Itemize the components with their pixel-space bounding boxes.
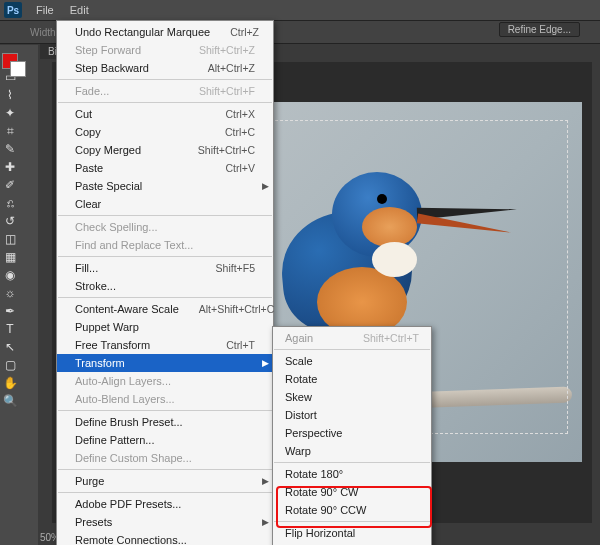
- transform-item-rotate-90-cw[interactable]: Rotate 90° CW: [273, 483, 431, 501]
- transform-item-rotate-180-label: Rotate 180°: [285, 468, 343, 480]
- edit-menu-item-step-backward-label: Step Backward: [75, 62, 149, 74]
- edit-menu-item-stroke-label: Stroke...: [75, 280, 116, 292]
- edit-menu-item-content-aware[interactable]: Content-Aware ScaleAlt+Shift+Ctrl+C: [57, 300, 273, 318]
- transform-item-rotate-180[interactable]: Rotate 180°: [273, 465, 431, 483]
- tool-hand-icon[interactable]: ✋: [2, 375, 18, 391]
- tool-eraser-icon[interactable]: ◫: [2, 231, 18, 247]
- edit-menu-item-adobe-pdf[interactable]: Adobe PDF Presets...: [57, 495, 273, 513]
- tool-crop-icon[interactable]: ⌗: [2, 123, 18, 139]
- edit-menu-item-step-forward-label: Step Forward: [75, 44, 141, 56]
- tool-blur-icon[interactable]: ◉: [2, 267, 18, 283]
- transform-item-again-label: Again: [285, 332, 313, 344]
- ps-logo-icon: Ps: [4, 2, 22, 18]
- edit-menu-item-undo-label: Undo Rectangular Marquee: [75, 26, 210, 38]
- edit-menu-item-free-transform[interactable]: Free TransformCtrl+T: [57, 336, 273, 354]
- transform-item-distort[interactable]: Distort: [273, 406, 431, 424]
- edit-menu-item-check-spelling-label: Check Spelling...: [75, 221, 158, 233]
- transform-item-flip-h[interactable]: Flip Horizontal: [273, 524, 431, 542]
- edit-menu-item-fade-shortcut: Shift+Ctrl+F: [199, 85, 255, 97]
- edit-menu-item-step-backward[interactable]: Step BackwardAlt+Ctrl+Z: [57, 59, 273, 77]
- tool-zoom-icon[interactable]: 🔍: [2, 393, 18, 409]
- tool-gradient-icon[interactable]: ▦: [2, 249, 18, 265]
- edit-menu-item-define-shape: Define Custom Shape...: [57, 449, 273, 467]
- edit-menu-item-copy-shortcut: Ctrl+C: [225, 126, 255, 138]
- edit-menu-item-clear-label: Clear: [75, 198, 101, 210]
- transform-item-separator: [274, 349, 430, 350]
- edit-menu-item-fade: Fade...Shift+Ctrl+F: [57, 82, 273, 100]
- edit-menu-item-separator: [58, 297, 272, 298]
- edit-menu-item-copy[interactable]: CopyCtrl+C: [57, 123, 273, 141]
- edit-menu-item-transform[interactable]: Transform▶: [57, 354, 273, 372]
- tool-shape-icon[interactable]: ▢: [2, 357, 18, 373]
- tool-path-icon[interactable]: ↖: [2, 339, 18, 355]
- background-swatch[interactable]: [10, 61, 26, 77]
- menu-file[interactable]: File: [28, 2, 62, 18]
- photoshop-window: Ps File Edit Width: Height: Refine Edge.…: [0, 0, 600, 545]
- menu-edit[interactable]: Edit: [62, 2, 97, 18]
- edit-menu-item-presets[interactable]: Presets▶: [57, 513, 273, 531]
- tool-eyedrop-icon[interactable]: ✎: [2, 141, 18, 157]
- transform-item-scale[interactable]: Scale: [273, 352, 431, 370]
- refine-edge-button[interactable]: Refine Edge...: [499, 22, 580, 37]
- edit-menu-item-fill-label: Fill...: [75, 262, 98, 274]
- transform-item-rotate-90-ccw[interactable]: Rotate 90° CCW: [273, 501, 431, 519]
- transform-item-rotate-90-cw-label: Rotate 90° CW: [285, 486, 358, 498]
- edit-menu-item-define-brush[interactable]: Define Brush Preset...: [57, 413, 273, 431]
- edit-menu-item-step-forward-shortcut: Shift+Ctrl+Z: [199, 44, 255, 56]
- edit-menu-item-undo[interactable]: Undo Rectangular MarqueeCtrl+Z: [57, 23, 273, 41]
- edit-menu-item-find-replace: Find and Replace Text...: [57, 236, 273, 254]
- tool-lasso-icon[interactable]: ⌇: [2, 87, 18, 103]
- transform-item-warp-label: Warp: [285, 445, 311, 457]
- edit-menu-item-separator: [58, 79, 272, 80]
- transform-item-separator: [274, 521, 430, 522]
- edit-menu-item-paste[interactable]: PasteCtrl+V: [57, 159, 273, 177]
- edit-menu-item-paste-special-label: Paste Special: [75, 180, 142, 192]
- edit-menu-item-paste-special[interactable]: Paste Special▶: [57, 177, 273, 195]
- tool-wand-icon[interactable]: ✦: [2, 105, 18, 121]
- edit-menu-item-separator: [58, 215, 272, 216]
- tool-type-icon[interactable]: T: [2, 321, 18, 337]
- edit-menu-item-define-pattern[interactable]: Define Pattern...: [57, 431, 273, 449]
- edit-menu-item-define-shape-label: Define Custom Shape...: [75, 452, 192, 464]
- edit-menu-item-separator: [58, 410, 272, 411]
- edit-menu-item-puppet-warp[interactable]: Puppet Warp: [57, 318, 273, 336]
- transform-item-rotate-90-ccw-label: Rotate 90° CCW: [285, 504, 366, 516]
- options-width-label: Width:: [30, 27, 58, 38]
- chevron-right-icon: ▶: [262, 476, 269, 486]
- edit-menu-item-stroke[interactable]: Stroke...: [57, 277, 273, 295]
- transform-item-scale-label: Scale: [285, 355, 313, 367]
- edit-menu-item-transform-label: Transform: [75, 357, 125, 369]
- edit-menu-item-auto-align: Auto-Align Layers...: [57, 372, 273, 390]
- edit-menu-item-define-pattern-label: Define Pattern...: [75, 434, 155, 446]
- transform-item-warp[interactable]: Warp: [273, 442, 431, 460]
- edit-menu-item-find-replace-label: Find and Replace Text...: [75, 239, 193, 251]
- tool-heal-icon[interactable]: ✚: [2, 159, 18, 175]
- transform-item-skew[interactable]: Skew: [273, 388, 431, 406]
- transform-item-perspective[interactable]: Perspective: [273, 424, 431, 442]
- edit-menu-item-step-forward: Step ForwardShift+Ctrl+Z: [57, 41, 273, 59]
- edit-menu-item-define-brush-label: Define Brush Preset...: [75, 416, 183, 428]
- tool-pen-icon[interactable]: ✒: [2, 303, 18, 319]
- edit-menu-item-fill[interactable]: Fill...Shift+F5: [57, 259, 273, 277]
- edit-menu-item-auto-blend-label: Auto-Blend Layers...: [75, 393, 175, 405]
- edit-menu-item-clear[interactable]: Clear: [57, 195, 273, 213]
- edit-menu-item-separator: [58, 102, 272, 103]
- tool-brush-icon[interactable]: ✐: [2, 177, 18, 193]
- edit-menu-item-remote-conn[interactable]: Remote Connections...: [57, 531, 273, 545]
- edit-menu-item-copy-merged[interactable]: Copy MergedShift+Ctrl+C: [57, 141, 273, 159]
- transform-item-rotate[interactable]: Rotate: [273, 370, 431, 388]
- edit-menu-item-purge[interactable]: Purge▶: [57, 472, 273, 490]
- tool-stamp-icon[interactable]: ⎌: [2, 195, 18, 211]
- transform-item-skew-label: Skew: [285, 391, 312, 403]
- tool-history-icon[interactable]: ↺: [2, 213, 18, 229]
- edit-menu-item-puppet-warp-label: Puppet Warp: [75, 321, 139, 333]
- edit-menu-item-content-aware-shortcut: Alt+Shift+Ctrl+C: [199, 303, 275, 315]
- tool-dodge-icon[interactable]: ☼: [2, 285, 18, 301]
- transform-item-rotate-label: Rotate: [285, 373, 317, 385]
- edit-menu-item-fill-shortcut: Shift+F5: [216, 262, 255, 274]
- edit-menu-item-cut[interactable]: CutCtrl+X: [57, 105, 273, 123]
- edit-menu-item-purge-label: Purge: [75, 475, 104, 487]
- color-swatches[interactable]: [2, 53, 26, 77]
- edit-menu-item-adobe-pdf-label: Adobe PDF Presets...: [75, 498, 181, 510]
- edit-menu-item-separator: [58, 469, 272, 470]
